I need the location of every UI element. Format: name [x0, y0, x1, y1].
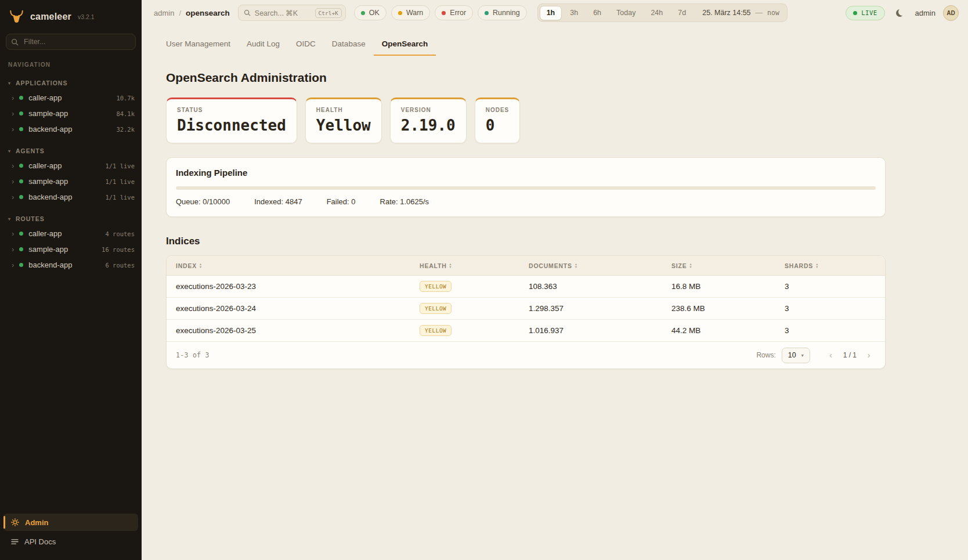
filter-label: OK — [369, 9, 380, 17]
sort-icon: ▴▾ — [575, 263, 577, 269]
sidebar-item-label: backend-app — [28, 125, 72, 133]
dark-mode-toggle[interactable] — [893, 5, 908, 20]
sidebar-item-label: sample-app — [28, 177, 68, 186]
status-dot — [19, 96, 23, 100]
indexing-pipeline-panel: Indexing Pipeline Queue: 0/10000 Indexed… — [166, 157, 886, 217]
username: admin — [915, 9, 936, 17]
admin-tabs: User Management Audit Log OIDC Database … — [166, 39, 886, 56]
sidebar-item-backend-app[interactable]: › backend-app 32.2k — [0, 121, 142, 137]
sidebar-item-caller-app-agent[interactable]: › caller-app 1/1 live — [0, 158, 142, 174]
cell-documents: 108.363 — [529, 282, 671, 291]
global-search[interactable]: Search... ⌘K Ctrl+K — [238, 5, 346, 21]
chevron-right-icon: › — [12, 245, 14, 254]
tab-opensearch[interactable]: OpenSearch — [374, 39, 436, 56]
column-header-shards[interactable]: SHARDS ▴▾ — [785, 262, 876, 269]
sidebar-item-label: Admin — [25, 518, 48, 527]
sidebar-item-label: backend-app — [28, 193, 72, 201]
pipeline-rate: Rate: 1.0625/s — [380, 197, 429, 206]
column-header-index[interactable]: INDEX ▴▾ — [176, 262, 420, 269]
health-badge: YELLOW — [420, 325, 452, 336]
app-root: cameleer v3.2.1 NAVIGATION ▾ APPLICATION… — [0, 0, 968, 560]
next-page-button[interactable]: › — [862, 348, 876, 362]
caret-down-icon: ▾ — [8, 81, 11, 86]
sidebar-filter — [6, 34, 136, 50]
main-area: admin / opensearch Search... ⌘K Ctrl+K O… — [142, 0, 968, 560]
status-dot — [19, 164, 23, 168]
sidebar-item-admin[interactable]: Admin — [3, 514, 138, 531]
section-header-routes[interactable]: ▾ ROUTES — [0, 213, 142, 226]
stat-label: NODES — [486, 107, 510, 113]
table-row[interactable]: executions-2026-03-24 YELLOW 1.298.357 2… — [167, 298, 885, 320]
pipeline-progress-bar — [176, 186, 876, 190]
column-header-size[interactable]: SIZE ▴▾ — [671, 262, 785, 269]
sidebar-item-backend-app-routes[interactable]: › backend-app 6 routes — [0, 257, 142, 273]
time-range-today[interactable]: Today — [609, 6, 642, 20]
live-badge: 1/1 live — [105, 162, 135, 169]
table-header-row: INDEX ▴▾ HEALTH ▴▾ DOCUMENTS ▴▾ SIZE ▴▾ — [167, 256, 885, 276]
rows-per-page-select[interactable]: 10 ▾ — [782, 348, 810, 363]
sidebar-item-label: caller-app — [28, 93, 62, 102]
sidebar-item-sample-app-agent[interactable]: › sample-app 1/1 live — [0, 174, 142, 189]
page-content: User Management Audit Log OIDC Database … — [142, 26, 968, 560]
count-badge: 10.7k — [116, 95, 135, 102]
stat-cards: STATUS Disconnected HEALTH Yellow VERSIO… — [166, 97, 886, 143]
cell-health: YELLOW — [420, 281, 529, 292]
filter-ok[interactable]: OK — [354, 5, 387, 20]
time-range-24h[interactable]: 24h — [644, 6, 670, 20]
breadcrumb-parent[interactable]: admin — [154, 9, 174, 17]
column-header-documents[interactable]: DOCUMENTS ▴▾ — [529, 262, 671, 269]
search-icon — [11, 38, 19, 48]
cell-size: 16.8 MB — [671, 282, 785, 291]
sidebar-item-api-docs[interactable]: API Docs — [3, 533, 138, 550]
section-agents: ▾ AGENTS › caller-app 1/1 live › sample-… — [0, 145, 142, 205]
sidebar-item-caller-app-routes[interactable]: › caller-app 4 routes — [0, 226, 142, 241]
chevron-right-icon: › — [12, 109, 14, 118]
status-dot — [19, 232, 23, 236]
cell-shards: 3 — [785, 282, 876, 291]
tab-oidc[interactable]: OIDC — [288, 39, 324, 56]
table-row[interactable]: executions-2026-03-23 YELLOW 108.363 16.… — [167, 276, 885, 298]
section-label: ROUTES — [16, 215, 45, 222]
filter-running[interactable]: Running — [478, 5, 527, 20]
brand: cameleer v3.2.1 — [0, 7, 142, 31]
time-range-3h[interactable]: 3h — [563, 6, 585, 20]
app-title: cameleer — [30, 12, 71, 22]
cell-documents: 1.016.937 — [529, 326, 671, 335]
chevron-right-icon: › — [12, 193, 14, 201]
caret-down-icon: ▾ — [801, 353, 804, 358]
section-header-applications[interactable]: ▾ APPLICATIONS — [0, 77, 142, 90]
avatar[interactable]: AD — [943, 5, 959, 21]
time-range-7d[interactable]: 7d — [671, 6, 693, 20]
column-header-health[interactable]: HEALTH ▴▾ — [420, 262, 529, 269]
chevron-right-icon: › — [12, 229, 14, 238]
cell-index: executions-2026-03-24 — [176, 304, 420, 313]
time-range-1h[interactable]: 1h — [540, 6, 562, 20]
filter-warn[interactable]: Warn — [391, 5, 430, 20]
sidebar-item-sample-app-routes[interactable]: › sample-app 16 routes — [0, 241, 142, 257]
stat-card-health: HEALTH Yellow — [305, 97, 382, 143]
status-dot — [19, 179, 23, 183]
row-range: 1-3 of 3 — [176, 351, 210, 359]
sidebar-filter-input[interactable] — [6, 34, 136, 50]
filter-error[interactable]: Error — [435, 5, 473, 20]
sidebar-item-sample-app[interactable]: › sample-app 84.1k — [0, 106, 142, 121]
filter-label: Running — [493, 9, 520, 17]
pipeline-stats: Queue: 0/10000 Indexed: 4847 Failed: 0 R… — [176, 197, 876, 206]
stat-card-nodes: NODES 0 — [475, 97, 521, 143]
sidebar-item-caller-app[interactable]: › caller-app 10.7k — [0, 90, 142, 106]
sidebar-item-backend-app-agent[interactable]: › backend-app 1/1 live — [0, 189, 142, 205]
live-toggle[interactable]: LIVE — [846, 6, 884, 20]
breadcrumb-current: opensearch — [186, 9, 230, 17]
table-row[interactable]: executions-2026-03-25 YELLOW 1.016.937 4… — [167, 320, 885, 342]
shortcut-hint: Ctrl+K — [315, 8, 342, 18]
tab-user-management[interactable]: User Management — [166, 39, 239, 56]
cell-shards: 3 — [785, 326, 876, 335]
tab-database[interactable]: Database — [324, 39, 374, 56]
time-range-6h[interactable]: 6h — [586, 6, 608, 20]
prev-page-button[interactable]: ‹ — [824, 348, 838, 362]
section-header-agents[interactable]: ▾ AGENTS — [0, 145, 142, 158]
date-range-display[interactable]: 25. März 14:55 — now — [702, 9, 779, 17]
indices-heading: Indices — [166, 236, 886, 247]
table-footer: 1-3 of 3 Rows: 10 ▾ ‹ 1 / 1 › — [167, 342, 885, 368]
tab-audit-log[interactable]: Audit Log — [239, 39, 288, 56]
